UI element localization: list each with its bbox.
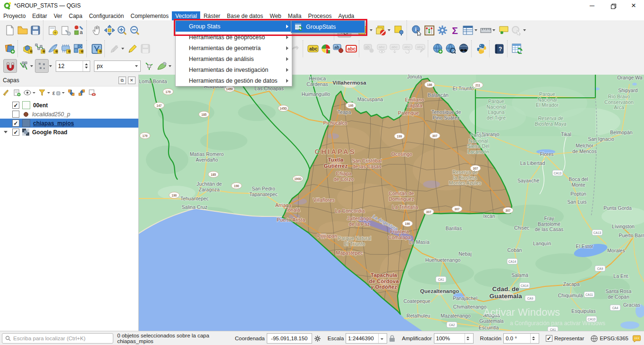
toggle-editing-icon[interactable] [126, 43, 139, 55]
pan-to-selection-icon[interactable] [103, 24, 116, 37]
style-manager-icon[interactable]: a [72, 24, 85, 37]
open-layer-styling-icon[interactable] [2, 88, 11, 97]
menu-capa[interactable]: Capa [66, 11, 86, 20]
locator-search-input[interactable]: Escriba para localizar (Ctrl+K) [2, 333, 113, 344]
open-project-icon[interactable] [16, 24, 29, 37]
manage-map-themes-icon[interactable] [23, 88, 32, 97]
metasearch-add-icon[interactable] [432, 43, 444, 55]
filter-expression-dropdown[interactable] [62, 92, 65, 94]
menu-editar[interactable]: Editar [29, 11, 50, 20]
panel-close-button[interactable]: ✕ [128, 77, 136, 84]
new-gpx-layer-icon[interactable]: ✱ [90, 43, 103, 55]
menu-item-geoproceso[interactable]: Herramientas de geoproceso [176, 32, 292, 43]
snapping-intersection-dropdown[interactable] [169, 65, 171, 67]
messages-icon[interactable] [633, 335, 641, 342]
add-group-icon[interactable] [12, 88, 22, 97]
layer-row-chiapas_mpios[interactable]: ✓ chiapas_mpios [0, 119, 138, 128]
current-edits-dropdown[interactable] [121, 48, 124, 50]
layer-checkbox[interactable] [12, 111, 19, 118]
minimize-button[interactable]: ─ [582, 0, 602, 11]
zoom-in-icon[interactable] [116, 24, 128, 37]
layer-styling-icon[interactable] [319, 43, 332, 55]
menu-proyecto[interactable]: Proyecto [0, 11, 29, 20]
deselect-dropdown[interactable] [388, 29, 390, 31]
menu-ayuda[interactable]: Ayuda [335, 11, 357, 20]
menu-item-geometria[interactable]: Herramientas de geometría [176, 43, 292, 53]
menu-raster[interactable]: Ráster [200, 11, 223, 20]
save-project-icon[interactable] [29, 24, 42, 37]
lock-scale-icon[interactable] [389, 335, 395, 342]
measure-icon[interactable] [479, 24, 492, 37]
new-shapefile-layer-icon[interactable]: ✱ [34, 43, 47, 55]
collapse-all-icon[interactable] [77, 88, 86, 97]
zoom-out-icon[interactable] [128, 24, 141, 37]
menu-procesos[interactable]: Procesos [305, 11, 335, 20]
snapping-tolerance-spinbox[interactable] [56, 60, 90, 72]
layer-checkbox[interactable]: ✓ [12, 102, 19, 109]
restore-button[interactable] [602, 0, 623, 11]
data-source-manager-icon[interactable] [3, 43, 16, 55]
close-button[interactable]: × [623, 0, 644, 11]
groupstats-plugin-icon[interactable] [511, 43, 524, 55]
layer-labeling-icon[interactable]: abc [306, 43, 319, 55]
menu-item-gestion-datos[interactable]: Herramientas de gestión de datos [176, 75, 292, 86]
snapping-on-intersection-icon[interactable] [155, 60, 168, 72]
show-statistics-icon[interactable]: Σ [449, 24, 461, 37]
python-console-icon[interactable] [475, 43, 488, 55]
pan-map-icon[interactable] [90, 24, 103, 37]
new-temporary-scratch-layer-icon[interactable]: ✱ [59, 43, 72, 55]
map-tips-icon[interactable] [497, 24, 510, 37]
attribute-table-icon[interactable] [461, 24, 474, 37]
magnifier-spinbox[interactable]: 100% [434, 333, 474, 344]
menu-base-de-datos[interactable]: Base de datos [224, 11, 267, 20]
coordinate-input[interactable]: -95.091,18.150 [267, 333, 312, 344]
panel-float-button[interactable]: ⧉ [119, 77, 126, 84]
search-geodata-icon[interactable] [457, 43, 470, 55]
rotation-spinbox[interactable]: 0.0 ° [503, 333, 539, 344]
menu-malla[interactable]: Malla [285, 11, 305, 20]
new-virtual-layer-icon[interactable]: ✱ [72, 43, 85, 55]
menu-item-analisis[interactable]: Herramientas de análisis [176, 53, 292, 64]
enable-snapping-icon[interactable] [3, 59, 17, 73]
layer-row-google-road[interactable]: ✓ Google Road [0, 128, 138, 137]
menu-complementos[interactable]: Complementos [127, 11, 172, 20]
layout-manager-icon[interactable] [59, 24, 72, 37]
menu-web[interactable]: Web [266, 11, 284, 20]
menu-configuracion[interactable]: Configuración [85, 11, 127, 20]
expand-all-icon[interactable] [67, 88, 76, 97]
map-canvas[interactable]: 1791471791851450145D195185190190190D1991… [139, 75, 644, 331]
snapping-units-combo[interactable]: px [94, 60, 141, 72]
snapping-mode-dropdown[interactable] [30, 65, 33, 67]
statistical-summary-icon[interactable] [423, 24, 436, 37]
new-project-icon[interactable] [3, 24, 16, 37]
menu-ver[interactable]: Ver [51, 11, 66, 20]
scale-combo[interactable]: 1:2446390 [346, 333, 387, 344]
new-print-layout-icon[interactable] [47, 24, 59, 37]
remove-layer-icon[interactable] [87, 88, 97, 97]
measure-dropdown[interactable] [492, 29, 495, 31]
new-spatialite-layer-icon[interactable]: ✱ [47, 43, 59, 55]
crs-globe-icon[interactable] [591, 335, 598, 342]
snapping-type-vertex-icon[interactable] [35, 59, 49, 73]
deselect-features-icon[interactable] [374, 24, 387, 37]
identify-features-icon[interactable]: i [410, 24, 423, 37]
snapping-tolerance-input[interactable] [56, 63, 83, 69]
filter-legend-dropdown[interactable] [47, 92, 50, 94]
layer-checkbox[interactable]: ✓ [12, 129, 19, 136]
layer-row-localidad250_p[interactable]: localidad250_p [0, 110, 138, 119]
select-by-location-icon[interactable] [392, 24, 405, 37]
select-by-form-dropdown[interactable] [370, 29, 373, 31]
layer-row-00ent[interactable]: ✓ 00ent [0, 101, 138, 110]
menu-item-investigacion[interactable]: Herramientas de investigación [176, 64, 292, 75]
menu-item-group-stats[interactable]: Group Stats [176, 21, 292, 32]
filter-by-expression-icon[interactable]: ε [52, 88, 61, 97]
new-geopackage-layer-icon[interactable]: ✱ [21, 43, 34, 55]
attribute-table-dropdown[interactable] [475, 29, 477, 31]
layer-checkbox[interactable]: ✓ [12, 120, 19, 127]
processing-toolbox-icon[interactable] [436, 24, 449, 37]
search-dropdown[interactable] [523, 29, 526, 31]
help-icon[interactable]: ? [493, 43, 506, 55]
pin-labels-icon[interactable]: ab [332, 43, 345, 55]
render-checkbox[interactable]: ✓ [546, 335, 552, 342]
extents-toggle-icon[interactable] [314, 335, 321, 342]
